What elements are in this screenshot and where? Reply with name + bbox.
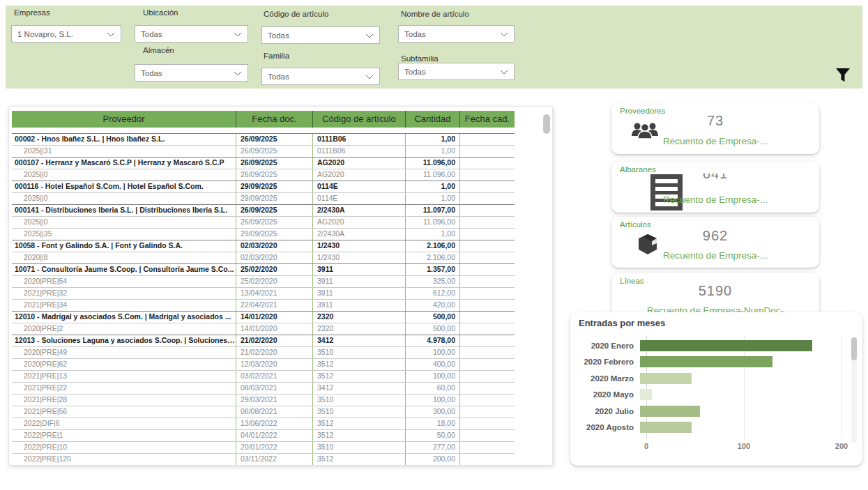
table-row[interactable]: 2020|PRE|49 21/02/2020 3510 100,00 (12, 346, 515, 358)
table-row[interactable]: 2022|PRE|1 04/01/2022 3512 50,00 (12, 429, 515, 441)
proveedor-cell: 2020|PRE|62 (12, 359, 236, 370)
table-row[interactable]: 2020|PRE|62 12/03/2020 3512 400,00 (12, 358, 515, 370)
cantidad-cell: 60,00 (405, 383, 459, 394)
cantidad-cell: 400,00 (405, 359, 459, 370)
bar-row: 2020 Julio (570, 403, 849, 420)
table-row[interactable]: 2022|PRE|120 03/11/2022 3512 200,00 (12, 453, 515, 465)
codigo-articulo-dropdown[interactable]: Todas (261, 26, 380, 44)
bar-category-label: 2020 Febrero (570, 358, 640, 366)
codigo-cell: 3512 (312, 430, 405, 441)
fecha-cad-cell (459, 264, 515, 275)
table-row[interactable]: 000116 - Hotel Español S.Com. | Hotel Es… (12, 181, 515, 192)
bar[interactable] (640, 422, 692, 433)
fecha-doc-cell: 04/01/2022 (236, 430, 312, 441)
bar[interactable] (640, 356, 772, 367)
table-row[interactable]: 10058 - Font y Galindo S.A. | Font y Gal… (12, 240, 515, 252)
table-row[interactable]: 2020|PRE|54 25/02/2020 3911 325,00 (12, 275, 515, 287)
proveedor-cell: 2021|PRE|13 (12, 371, 236, 382)
nombre-articulo-dropdown[interactable]: Todas (398, 25, 515, 43)
fecha-doc-cell: 21/02/2020 (236, 335, 312, 346)
table-row[interactable]: 2020||8 02/03/2020 1/2430 2.106,00 (12, 252, 515, 263)
table-row[interactable]: 2022|PRE|10 20/01/2022 3510 277,00 (12, 441, 515, 453)
table-row[interactable]: 2021|PRE|22 08/03/2021 3412 60,00 (12, 382, 515, 394)
table-row[interactable]: 2021|PRE|56 06/08/2021 3510 300,00 (12, 406, 515, 418)
fecha-cad-cell (459, 252, 515, 263)
cantidad-cell: 200,00 (405, 454, 459, 465)
table-row[interactable]: 2025||0 26/09/2025 AG2020 11.096,00 (12, 169, 515, 181)
proveedor-cell: 00002 - Hnos Ibañez S.L. | Hnos Ibañez S… (12, 134, 236, 145)
table-row[interactable]: 00002 - Hnos Ibañez S.L. | Hnos Ibañez S… (12, 133, 515, 145)
empresas-label: Empresas (14, 8, 50, 17)
fecha-cad-cell (459, 158, 515, 169)
bar[interactable] (640, 340, 812, 351)
proveedor-cell: 12013 - Soluciones Laguna y asociados S.… (12, 335, 236, 346)
bar-chart-rows: 2020 Enero2020 Febrero2020 Marzo2020 May… (570, 337, 849, 436)
kpi-card-lineas: Líneas 5190 Recuento de Empresa-NumDoc- (611, 273, 819, 318)
codigo-cell: 2/2430A (312, 229, 405, 240)
table-row[interactable]: 2021|PRE|34 22/04/2021 3911 420,00 (12, 299, 515, 311)
fecha-cad-cell (459, 430, 515, 441)
cantidad-cell: 1.357,00 (405, 264, 459, 275)
cantidad-cell: 100,00 (405, 347, 459, 358)
column-header-fecha-doc[interactable]: Fecha doc. (236, 111, 312, 128)
fecha-doc-cell: 22/04/2021 (236, 300, 312, 311)
table-row[interactable]: 2025||0 26/09/2025 AG2020 11.096,00 (12, 216, 515, 228)
cantidad-cell: 1,00 (405, 146, 459, 157)
bar-row: 2020 Febrero (570, 354, 849, 371)
fecha-doc-cell: 26/09/2025 (236, 134, 312, 145)
chevron-down-icon (365, 29, 374, 42)
table-row[interactable]: 000107 - Herranz y Mascaró S.C.P | Herra… (12, 157, 515, 169)
fecha-doc-cell: 13/06/2022 (236, 418, 312, 429)
fecha-cad-cell (459, 383, 515, 394)
cantidad-cell: 420,00 (405, 300, 459, 311)
cantidad-cell: 2.106,00 (405, 240, 459, 252)
fecha-doc-cell: 26/09/2025 (236, 217, 312, 228)
table-row[interactable]: 2022|PRE|30 04/03/2022 3510 423,00 (12, 465, 515, 466)
codigo-cell: 0114E (312, 181, 405, 192)
table-row[interactable]: 12013 - Soluciones Laguna y asociados S.… (12, 335, 515, 346)
bar-category-label: 2020 Mayo (570, 390, 640, 399)
fecha-cad-cell (459, 181, 515, 192)
column-header-codigo[interactable]: Código de artículo (312, 111, 405, 128)
bar[interactable] (640, 389, 652, 400)
cantidad-cell: 11.096,00 (405, 217, 459, 228)
proveedor-cell: 2025||0 (12, 193, 236, 204)
table-row[interactable]: 10071 - Consultoría Jaume S.Coop. | Cons… (12, 263, 515, 275)
subfamilia-dropdown[interactable]: Todas (398, 63, 515, 80)
table-row[interactable]: 2022|DIF|6 13/06/2022 3512 18,00 (12, 418, 515, 429)
chart-scrollbar-thumb[interactable] (851, 337, 857, 360)
bar[interactable] (640, 373, 692, 384)
codigo-cell: AG2020 (312, 169, 405, 181)
almacen-dropdown[interactable]: Todas (135, 64, 248, 82)
ubicacion-dropdown[interactable]: Todas (135, 25, 248, 43)
table-row[interactable]: 2021|PRE|32 13/04/2021 3911 612,00 (12, 287, 515, 299)
column-header-proveedor[interactable]: Proveedor (12, 111, 236, 128)
fecha-cad-cell (459, 169, 515, 181)
familia-dropdown[interactable]: Todas (261, 68, 380, 85)
fecha-doc-cell: 26/09/2025 (236, 205, 312, 216)
bar[interactable] (640, 406, 700, 417)
cantidad-cell: 612,00 (405, 288, 459, 299)
table-row[interactable]: 12010 - Madrigal y asociados S.Com. | Ma… (12, 311, 515, 323)
proveedor-cell: 2025||0 (12, 169, 236, 181)
chart-title: Entradas por meses (579, 318, 665, 328)
table-row[interactable]: 2025||35 29/09/2025 2/2430A 1,00 (12, 228, 515, 240)
table-row[interactable]: 2021|PRE|28 29/03/2021 3510 100,00 (12, 394, 515, 406)
bar-category-label: 2020 Marzo (570, 374, 640, 383)
empresas-dropdown[interactable]: 1 Novapro, S.L. (11, 25, 121, 43)
table-row[interactable]: 2025||0 29/09/2025 0114E 1,00 (12, 192, 515, 204)
x-axis-tick: 100 (730, 442, 758, 450)
column-header-cantidad[interactable]: Cantidad (405, 111, 459, 128)
table-row[interactable]: 2021|PRE|13 03/02/2021 3512 100,00 (12, 370, 515, 382)
cantidad-cell: 1,00 (405, 134, 459, 145)
table-row[interactable]: 000141 - Distribuciones Iberia S.L. | Di… (12, 204, 515, 216)
filter-funnel-icon[interactable] (834, 66, 852, 84)
table-row[interactable]: 2020|PRE|2 14/01/2020 2320 500,00 (12, 323, 515, 335)
column-header-fecha-cad[interactable]: Fecha cad. (459, 111, 515, 128)
table-row[interactable]: 2025||31 26/09/2025 0111B06 1,00 (12, 145, 515, 157)
fecha-doc-cell: 14/01/2020 (236, 312, 312, 323)
kpi-card-proveedores: Proveedores 73 Recuento de Empresa-... (611, 103, 819, 154)
table-scrollbar-thumb[interactable] (543, 114, 550, 134)
fecha-doc-cell: 03/02/2021 (236, 371, 312, 382)
fecha-cad-cell (459, 454, 515, 465)
